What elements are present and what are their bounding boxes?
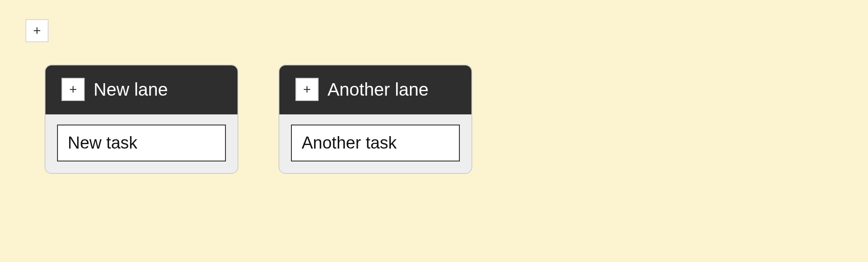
lane-title: Another lane xyxy=(328,80,429,100)
task-card[interactable]: New task xyxy=(57,125,226,161)
add-lane-button[interactable]: + xyxy=(25,19,49,42)
lane[interactable]: + New lane New task xyxy=(45,64,238,174)
lane-header: + Another lane xyxy=(279,65,471,114)
plus-icon: + xyxy=(33,24,41,37)
task-card[interactable]: Another task xyxy=(291,125,460,161)
lane-body: Another task xyxy=(279,114,471,173)
lane[interactable]: + Another lane Another task xyxy=(278,64,472,174)
lane-header: + New lane xyxy=(45,65,237,114)
plus-icon: + xyxy=(303,83,311,96)
board: + New lane New task + Another lane Anoth… xyxy=(45,64,472,174)
lane-title: New lane xyxy=(94,80,168,100)
plus-icon: + xyxy=(69,83,77,96)
add-task-button[interactable]: + xyxy=(61,78,85,101)
add-task-button[interactable]: + xyxy=(295,78,319,101)
lane-body: New task xyxy=(45,114,237,173)
